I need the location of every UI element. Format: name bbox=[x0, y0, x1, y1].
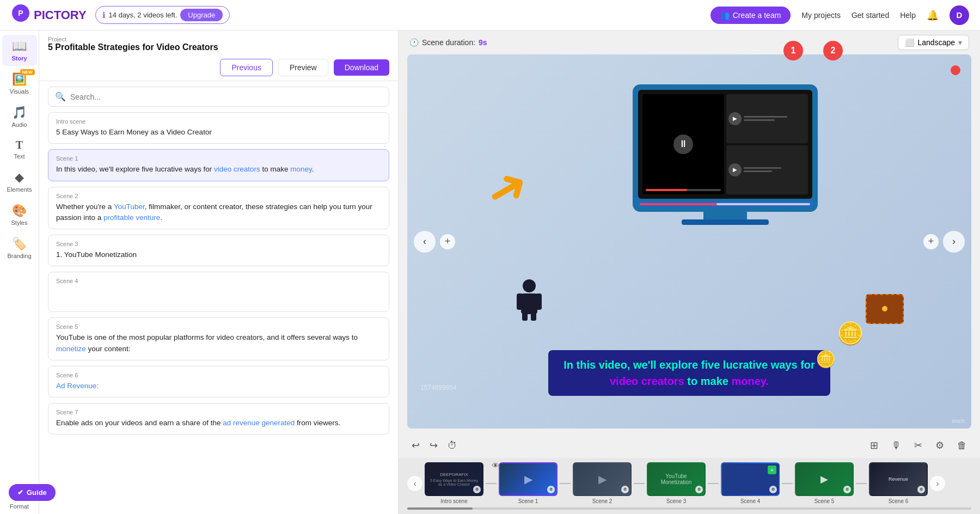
timeline-label-4: Scene 4 bbox=[740, 498, 761, 504]
sidebar-item-story[interactable]: 📖 Story bbox=[2, 35, 37, 66]
avatar[interactable]: D bbox=[950, 5, 969, 25]
timeline-scene-5[interactable]: ▶ ⚙ Scene 5 bbox=[795, 462, 854, 504]
caption-part1: In this video, we'll explore five lucrat… bbox=[564, 359, 815, 371]
notification-icon[interactable]: 🔔 bbox=[927, 9, 939, 21]
sidebar-item-branding[interactable]: 🏷️ Branding bbox=[2, 232, 37, 264]
timeline-thumb-3[interactable]: YouTube Monetization ⚙ bbox=[647, 462, 706, 496]
add-scene-left-button[interactable]: + bbox=[440, 234, 455, 249]
sidebar-item-text[interactable]: T Text bbox=[2, 134, 37, 164]
upgrade-button[interactable]: Upgrade bbox=[180, 9, 223, 21]
screen-button[interactable]: ⊞ bbox=[868, 437, 880, 454]
my-projects-link[interactable]: My projects bbox=[801, 11, 841, 20]
coin-icon-1: 🪙 bbox=[837, 321, 864, 346]
create-team-button[interactable]: 👥 Create a team bbox=[710, 7, 791, 24]
timeline-thumb-6[interactable]: Revenue ⚙ bbox=[869, 462, 928, 496]
elements-icon: ◆ bbox=[15, 170, 24, 185]
scene-label-2: Scene 2 bbox=[56, 193, 381, 199]
sidebar-item-elements[interactable]: ◆ Elements bbox=[2, 166, 37, 197]
ad-revenue-generated-link[interactable]: ad revenue generated bbox=[223, 419, 295, 427]
watermark-number: 1574699864 bbox=[420, 384, 457, 391]
scene-label-1: Scene 1 bbox=[56, 155, 381, 162]
svg-rect-6 bbox=[522, 312, 528, 321]
scene-label-5: Scene 5 bbox=[56, 323, 381, 330]
money-link[interactable]: money bbox=[290, 165, 312, 173]
eye-icon: 👁 bbox=[492, 461, 499, 470]
guide-label: Guide bbox=[27, 488, 47, 497]
download-button[interactable]: Download bbox=[334, 59, 389, 76]
ad-revenue-link[interactable]: Ad Revenue: bbox=[56, 382, 99, 390]
prev-scene-arrow[interactable]: ‹ bbox=[414, 231, 436, 253]
timeline-thumb-4[interactable]: + ⚙ bbox=[721, 462, 780, 496]
script-header: Project 5 Profitable Strategies for Vide… bbox=[39, 30, 398, 59]
info-icon: ℹ bbox=[102, 10, 106, 20]
guide-button[interactable]: ✔ Guide bbox=[9, 484, 56, 501]
thumb-separator-2 bbox=[634, 483, 645, 484]
thumb-separator-4 bbox=[782, 483, 793, 484]
timeline-thumb-1[interactable]: ▶ ⚙ bbox=[499, 462, 558, 496]
scene-card-7[interactable]: Scene 7 Enable ads on your videos and ea… bbox=[48, 403, 389, 435]
mic-button[interactable]: 🎙 bbox=[889, 438, 903, 454]
video-creators-link[interactable]: video creators bbox=[214, 165, 260, 173]
scene-duration: 🕐 Scene duration: 9s bbox=[409, 38, 487, 47]
timeline-prev-button[interactable]: ‹ bbox=[407, 476, 422, 491]
sidebar-item-styles[interactable]: 🎨 Styles bbox=[2, 199, 37, 230]
scene-text-1: In this video, we'll explore five lucrat… bbox=[56, 164, 381, 175]
scene-label-6: Scene 6 bbox=[56, 372, 381, 378]
video-preview: ➜ ⏸ bbox=[407, 54, 971, 429]
trash-button[interactable]: 🗑 bbox=[955, 438, 969, 454]
branding-icon: 🏷️ bbox=[12, 237, 27, 251]
badge-2: 2 bbox=[823, 41, 843, 60]
redo-button[interactable]: ↪ bbox=[427, 437, 440, 454]
scene-text-3: 1. YouTube Monetization bbox=[56, 249, 381, 260]
undo-button[interactable]: ↩ bbox=[409, 437, 422, 454]
get-started-link[interactable]: Get started bbox=[852, 11, 889, 20]
landscape-selector[interactable]: ⬜ Landscape ▾ bbox=[898, 35, 969, 50]
scene-card-3[interactable]: Scene 3 1. YouTube Monetization bbox=[48, 235, 389, 266]
search-input[interactable] bbox=[70, 93, 382, 101]
thumb-dot-5: ⚙ bbox=[843, 486, 851, 493]
next-scene-arrow[interactable]: › bbox=[943, 231, 965, 253]
timeline-next-button[interactable]: › bbox=[930, 476, 945, 491]
monetize-link[interactable]: monetize bbox=[56, 345, 86, 353]
scene-card-5[interactable]: Scene 5 YouTube is one of the most popul… bbox=[48, 317, 389, 360]
svg-text:P: P bbox=[18, 9, 23, 17]
profitable-venture-link[interactable]: profitable venture bbox=[103, 213, 160, 222]
arrow-icon: ➜ bbox=[475, 153, 538, 223]
wallet-icon bbox=[866, 294, 904, 324]
scene-text-7: Enable ads on your videos and earn a sha… bbox=[56, 418, 381, 429]
timeline-thumb-intro[interactable]: DEEPGRAFIX 5 Easy Ways to Earn Money as … bbox=[425, 462, 483, 496]
logo[interactable]: P PICTORY bbox=[11, 3, 87, 27]
youtuber-link[interactable]: YouTuber bbox=[114, 203, 145, 211]
timeline-thumb-2[interactable]: ▶ ⚙ bbox=[573, 462, 632, 496]
previous-button[interactable]: Previous bbox=[220, 59, 272, 76]
scene-card-4[interactable]: Scene 4 bbox=[48, 272, 389, 312]
scene-card-6[interactable]: Scene 6 Ad Revenue: bbox=[48, 366, 389, 397]
timeline-thumb-5[interactable]: ▶ ⚙ bbox=[795, 462, 854, 496]
header-actions: Previous Preview Download bbox=[39, 59, 398, 81]
timeline-scene-6[interactable]: Revenue ⚙ Scene 6 bbox=[869, 462, 928, 504]
badge-1-container: 1 bbox=[783, 41, 803, 60]
timeline-scene-3[interactable]: YouTube Monetization ⚙ Scene 3 bbox=[647, 462, 706, 504]
scissors-button[interactable]: ✂ bbox=[912, 437, 924, 454]
scene-label-4: Scene 4 bbox=[56, 278, 381, 284]
sidebar-item-audio[interactable]: 🎵 Audio bbox=[2, 101, 37, 132]
timer-button[interactable]: ⏱ bbox=[445, 438, 460, 454]
preview-button[interactable]: Preview bbox=[278, 59, 328, 76]
timeline-scene-4[interactable]: + ⚙ Scene 4 bbox=[721, 462, 780, 504]
settings-button[interactable]: ⚙ bbox=[933, 437, 946, 454]
help-link[interactable]: Help bbox=[900, 11, 916, 20]
new-badge: NEW bbox=[20, 69, 35, 75]
add-scene-right-button[interactable]: + bbox=[923, 234, 939, 249]
scene-card-1[interactable]: Scene 1 In this video, we'll explore fiv… bbox=[48, 149, 389, 181]
video-content: ➜ ⏸ bbox=[407, 54, 971, 429]
timeline-scene-intro[interactable]: DEEPGRAFIX 5 Easy Ways to Earn Money as … bbox=[425, 462, 483, 504]
landscape-icon: ⬜ bbox=[905, 38, 914, 47]
scene-card-intro[interactable]: Intro scene 5 Easy Ways to Earn Money as… bbox=[48, 112, 389, 144]
scene-card-2[interactable]: Scene 2 Whether you're a YouTuber, filmm… bbox=[48, 187, 389, 230]
sidebar-label-branding: Branding bbox=[7, 253, 31, 259]
timeline-scene-1[interactable]: ▶ ⚙ Scene 1 bbox=[499, 462, 558, 504]
timeline-scene-2[interactable]: ▶ ⚙ Scene 2 bbox=[573, 462, 632, 504]
right-panel: 🕐 Scene duration: 9s ⬜ Landscape ▾ ➜ bbox=[399, 30, 980, 514]
clock-icon: 🕐 bbox=[409, 38, 419, 47]
sidebar-item-visuals[interactable]: NEW 🖼️ Visuals bbox=[2, 68, 37, 99]
